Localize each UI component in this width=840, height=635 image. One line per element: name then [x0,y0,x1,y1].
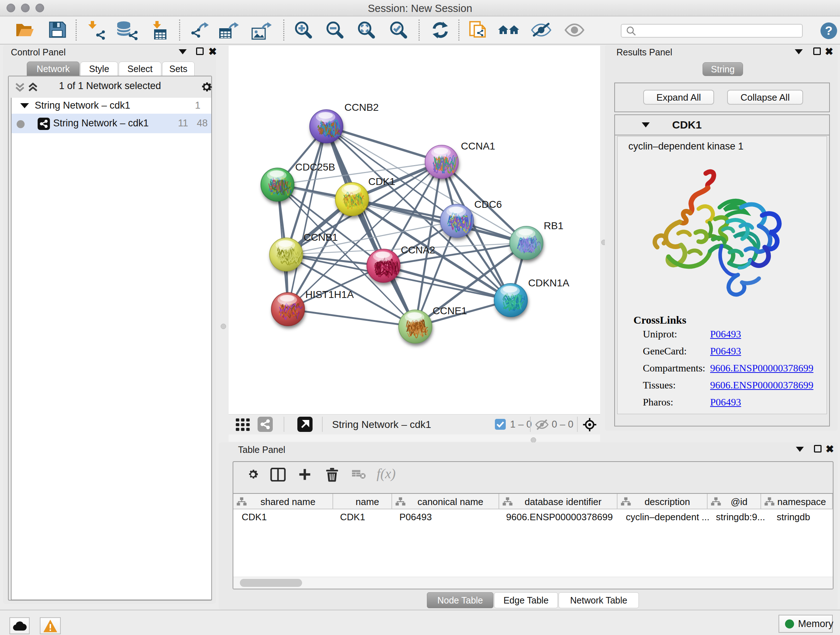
svg-text:CCNA2: CCNA2 [401,244,435,256]
svg-text:HIST1H1A: HIST1H1A [305,289,354,300]
svg-text:CDC6: CDC6 [474,199,502,210]
svg-text:CCNA1: CCNA1 [461,141,495,152]
svg-text:CCNB1: CCNB1 [303,232,338,243]
svg-text:CDKN1A: CDKN1A [528,277,569,288]
svg-text:CDK1: CDK1 [368,176,395,187]
svg-text:CDC25B: CDC25B [295,162,335,173]
svg-text:CCNE1: CCNE1 [433,305,467,317]
svg-text:CCNB2: CCNB2 [344,102,379,113]
svg-text:?: ? [825,24,833,37]
svg-text:RB1: RB1 [544,220,563,231]
